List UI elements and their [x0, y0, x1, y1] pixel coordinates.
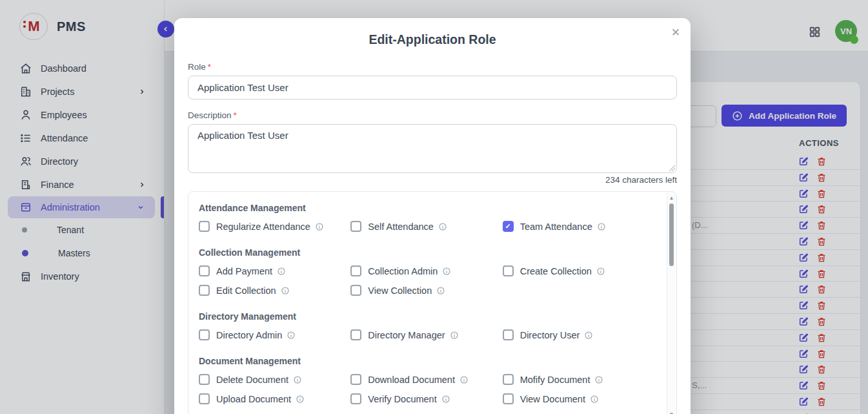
description-label: Description* — [188, 110, 677, 120]
info-icon[interactable] — [287, 331, 296, 340]
info-icon[interactable] — [442, 267, 451, 276]
permission-grid: Delete DocumentDownload DocumentMofify D… — [199, 374, 654, 404]
permission-grid: Directory AdminDirectory ManagerDirector… — [199, 329, 654, 340]
permission-label: Download Document — [368, 375, 455, 385]
scrollbar[interactable]: ▲ ▼ — [667, 192, 676, 414]
permission-label: Regularize Attendance — [216, 222, 310, 232]
scroll-up-icon[interactable]: ▲ — [669, 196, 674, 201]
permission-label: Upload Document — [216, 394, 291, 404]
permission-edit-collection: Edit Collection — [199, 285, 350, 296]
section-title-document-management: Document Management — [199, 356, 654, 366]
info-icon[interactable] — [277, 267, 286, 276]
permission-view-document: View Document — [503, 393, 654, 404]
permission-label: Add Payment — [216, 266, 272, 276]
info-icon[interactable] — [597, 222, 606, 231]
permission-directory-admin: Directory Admin — [199, 329, 350, 340]
scrollbar-thumb[interactable] — [669, 203, 674, 266]
permission-verify-document: Verify Document — [350, 393, 502, 404]
permission-label: Collection Admin — [368, 266, 438, 276]
close-icon[interactable]: ✕ — [669, 25, 682, 40]
permission-label: Directory Manager — [368, 330, 445, 340]
info-icon[interactable] — [594, 375, 603, 384]
permission-label: View Collection — [368, 285, 432, 296]
app-window: M PMS DashboardProjectsEmployeesAttendan… — [0, 0, 868, 414]
info-icon[interactable] — [436, 286, 445, 295]
permission-collection-admin: Collection Admin — [350, 265, 502, 276]
permission-upload-document: Upload Document — [199, 393, 350, 404]
permission-view-collection: View Collection — [350, 285, 502, 296]
permission-sections: Attendance ManagementRegularize Attendan… — [199, 203, 654, 404]
checkbox[interactable] — [199, 393, 210, 404]
checkbox[interactable] — [199, 285, 210, 296]
permission-grid: Add PaymentCollection AdminCreate Collec… — [199, 265, 654, 296]
section-title-collection-management: Collection Management — [199, 247, 654, 258]
info-icon[interactable] — [459, 375, 469, 384]
permissions-panel: Attendance ManagementRegularize Attendan… — [188, 191, 677, 414]
checkbox[interactable] — [503, 329, 514, 340]
permission-directory-user: Directory User — [503, 329, 654, 340]
permission-label: Self Attendance — [368, 222, 434, 232]
permission-directory-manager: Directory Manager — [350, 329, 502, 340]
info-icon[interactable] — [590, 395, 599, 404]
checkbox[interactable] — [350, 329, 361, 340]
checkbox[interactable] — [350, 285, 361, 296]
permission-mofify-document: Mofify Document — [503, 374, 654, 385]
dialog-body: Role* Description* Application Test User… — [174, 62, 691, 414]
resize-handle[interactable] — [669, 165, 675, 171]
info-icon[interactable] — [281, 286, 290, 295]
checkbox[interactable] — [199, 374, 210, 385]
permission-add-payment: Add Payment — [199, 265, 350, 276]
section-title-attendance-management: Attendance Management — [199, 203, 654, 213]
permission-label: Directory User — [520, 330, 580, 340]
checkbox[interactable]: ✓ — [503, 221, 514, 232]
required-mark: * — [234, 110, 237, 120]
info-icon[interactable] — [315, 222, 324, 231]
info-icon[interactable] — [296, 395, 305, 404]
section-title-directory-management: Directory Management — [199, 311, 654, 322]
permission-grid: Regularize AttendanceSelf Attendance✓Tea… — [199, 221, 654, 232]
permission-label: Verify Document — [368, 394, 436, 404]
checkbox[interactable] — [503, 265, 514, 276]
role-input[interactable] — [188, 76, 677, 99]
checkbox[interactable] — [199, 265, 210, 276]
permission-label: Mofify Document — [520, 375, 590, 385]
permission-label: Create Collection — [520, 266, 592, 276]
edit-application-role-dialog: ✕ Edit-Application Role Role* Descriptio… — [174, 18, 691, 414]
permission-team-attendance: ✓Team Attendance — [503, 221, 654, 232]
info-icon[interactable] — [596, 267, 605, 276]
permission-label: Team Attendance — [520, 222, 592, 232]
permission-label: View Document — [520, 394, 585, 404]
checkbox[interactable] — [350, 393, 361, 404]
checkbox[interactable] — [350, 221, 361, 232]
permission-self-attendance: Self Attendance — [350, 221, 502, 232]
info-icon[interactable] — [438, 222, 447, 231]
role-label: Role* — [188, 62, 677, 72]
description-textarea[interactable]: Application Test User — [188, 124, 677, 173]
permission-label: Directory Admin — [216, 330, 282, 340]
info-icon[interactable] — [584, 331, 593, 340]
checkbox[interactable] — [350, 265, 361, 276]
checkbox[interactable] — [199, 221, 210, 232]
dialog-title: Edit-Application Role — [174, 32, 691, 47]
checkbox[interactable] — [350, 374, 361, 385]
permission-delete-document: Delete Document — [199, 374, 350, 385]
info-icon[interactable] — [441, 395, 450, 404]
info-icon[interactable] — [450, 331, 459, 340]
permission-label: Delete Document — [216, 375, 288, 385]
checkbox[interactable] — [503, 393, 514, 404]
characters-left-counter: 234 characters left — [188, 175, 677, 185]
description-field-wrap: Application Test User — [188, 124, 677, 173]
checkbox[interactable] — [199, 329, 210, 340]
permission-regularize-attendance: Regularize Attendance — [199, 221, 350, 232]
permission-label: Edit Collection — [216, 285, 276, 296]
permission-download-document: Download Document — [350, 374, 502, 385]
required-mark: * — [208, 62, 211, 72]
permission-create-collection: Create Collection — [503, 265, 654, 276]
info-icon[interactable] — [293, 375, 302, 384]
checkbox[interactable] — [503, 374, 514, 385]
